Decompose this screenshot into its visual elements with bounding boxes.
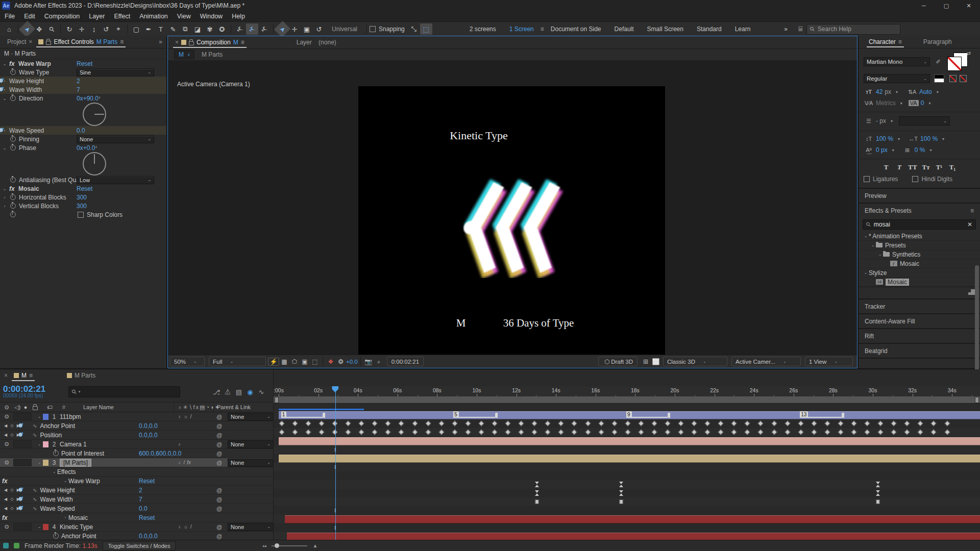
- tree-item--animation-presets[interactable]: ⌄* Animation Presets: [859, 232, 980, 241]
- show-snapshot-icon[interactable]: ◕: [374, 358, 384, 365]
- keyframe-diamond[interactable]: [545, 420, 551, 426]
- roto-brush-tool-icon[interactable]: ✾: [204, 23, 216, 35]
- fill-stroke-swatches[interactable]: ⇄: [947, 53, 968, 71]
- keyframe-diamond[interactable]: [385, 420, 391, 426]
- track-row-10[interactable]: [274, 497, 980, 507]
- keyframe-diamond[interactable]: [931, 429, 937, 435]
- time-ruler[interactable]: :00s02s04s06s08s10s12s14s16s18s20s22s24s…: [274, 386, 980, 397]
- panel-menu-icon[interactable]: ≡: [29, 372, 33, 379]
- keyframe-diamond[interactable]: [785, 429, 790, 435]
- param-wave-speed[interactable]: ›Wave Speed0.0: [0, 126, 166, 135]
- draft-3d-icon[interactable]: ⏃: [222, 388, 233, 396]
- position-gizmo-icon[interactable]: ✛: [288, 23, 301, 35]
- frame-blend-icon[interactable]: ▤: [233, 388, 244, 396]
- param-dropdown[interactable]: Sine⌄: [77, 68, 154, 77]
- twirl-icon[interactable]: ⌄: [863, 270, 869, 275]
- keyframe-diamond[interactable]: [625, 420, 630, 426]
- dolly-camera-tool-icon[interactable]: ↨: [88, 23, 100, 35]
- property-name[interactable]: Point of Interest: [61, 450, 104, 457]
- workspace-document-on-side[interactable]: Document on Side: [544, 26, 608, 33]
- track-row-12[interactable]: [274, 515, 980, 524]
- stopwatch-icon[interactable]: [10, 177, 16, 183]
- param-direction[interactable]: ⌄Direction0x+90.0°: [0, 94, 166, 103]
- keyframe-diamond[interactable]: [385, 429, 391, 435]
- property-row-anchor-point[interactable]: ◀ ◇ ▶∿Anchor Point0.0,0.0@: [0, 421, 273, 431]
- keyframe-hold[interactable]: [535, 482, 539, 487]
- layer-duration-bar[interactable]: [279, 437, 980, 445]
- timeline-search[interactable]: ⚲▾: [68, 386, 180, 397]
- layer-marker[interactable]: 1: [281, 411, 287, 418]
- param-sharp-colors[interactable]: Sharp Colors: [0, 210, 166, 219]
- keyframe-diamond[interactable]: [691, 429, 697, 435]
- twirl-icon[interactable]: ⌄: [863, 234, 869, 238]
- property-name[interactable]: Wave Height: [40, 487, 75, 494]
- menu-window[interactable]: Window: [195, 13, 227, 20]
- work-area-end-handle[interactable]: [975, 397, 979, 403]
- keyframe-diamond[interactable]: [359, 420, 364, 426]
- keyframe-diamond[interactable]: [718, 429, 724, 435]
- property-row-effects[interactable]: ⌄Effects: [0, 467, 273, 477]
- new-folder-icon[interactable]: [968, 289, 975, 295]
- tree-item-synthetics[interactable]: ⌄Synthetics: [859, 250, 980, 259]
- snap-diagonal-icon[interactable]: ⤡: [408, 23, 420, 35]
- keyframe-diamond[interactable]: [572, 420, 577, 426]
- keyframe-diamond[interactable]: [492, 420, 497, 426]
- menu-edit[interactable]: Edit: [19, 13, 40, 20]
- stopwatch-icon[interactable]: [53, 450, 59, 456]
- property-row-wave-speed[interactable]: ◀ ◇ ▶∿Wave Speed0.0@: [0, 504, 273, 513]
- keyframe-hold[interactable]: [619, 482, 623, 487]
- no-stroke-swatch[interactable]: [960, 75, 967, 82]
- leading-value[interactable]: Auto: [919, 88, 932, 95]
- layer-switches[interactable]: ♁☼/: [178, 414, 191, 419]
- label-color-swatch[interactable]: [43, 441, 48, 447]
- keyframe-diamond[interactable]: [611, 429, 617, 435]
- layer-switches[interactable]: ♁/fx: [178, 460, 191, 465]
- keyframe-diamond[interactable]: [492, 429, 497, 435]
- faux-italic-button[interactable]: T: [893, 163, 906, 171]
- keyframe-hold[interactable]: [619, 490, 623, 496]
- expand-icon[interactable]: ›: [0, 195, 9, 200]
- keyframe-diamond[interactable]: [412, 429, 418, 435]
- param-wave-type[interactable]: Wave TypeSine⌄: [0, 68, 166, 77]
- keyframe-diamond[interactable]: [665, 420, 670, 426]
- param-pinning[interactable]: PinningNone⌄: [0, 135, 166, 143]
- expand-icon[interactable]: ⌄: [0, 145, 9, 151]
- layer-row-111bpm[interactable]: ⊙⌄1111bpm♁☼/@None⌄: [0, 412, 273, 421]
- menu-file[interactable]: File: [0, 13, 19, 20]
- layer-switches[interactable]: ♁☼/: [178, 524, 191, 530]
- keyframe-diamond[interactable]: [465, 420, 471, 426]
- playhead-line[interactable]: [335, 386, 336, 540]
- parent-link-dropdown[interactable]: None⌄: [228, 459, 274, 467]
- hscale-caret[interactable]: ▾: [942, 137, 944, 141]
- tree-item-mosaic[interactable]: ƒMosaic: [859, 259, 980, 268]
- keyframe-diamond[interactable]: [944, 420, 950, 426]
- stopwatch-icon[interactable]: [10, 136, 16, 142]
- keyframe-diamond[interactable]: [611, 420, 617, 426]
- property-row-position[interactable]: ◀ ◇ ▶∿Position0.0,0.0@: [0, 431, 273, 440]
- keyframe-diamond[interactable]: [665, 429, 670, 435]
- tab-timeline-m[interactable]: M≡: [11, 369, 36, 382]
- ligatures-checkbox[interactable]: [864, 176, 870, 182]
- parent-pickwhip-icon[interactable]: @: [216, 441, 222, 447]
- property-name[interactable]: Anchor Point: [61, 533, 96, 540]
- tree-item-stylize[interactable]: ⌄Stylize: [859, 268, 980, 278]
- stroke-width-value[interactable]: - px: [876, 117, 886, 124]
- brush-tool-icon[interactable]: ✎: [167, 23, 179, 35]
- track-row-3[interactable]: [274, 437, 980, 446]
- layer-name[interactable]: Kinetic Type: [60, 523, 93, 531]
- workspace-1-screen[interactable]: 1 Screen: [503, 26, 541, 33]
- expand-icon[interactable]: ›: [0, 204, 9, 209]
- fast-previews-icon[interactable]: ⚡: [268, 358, 279, 366]
- keyframe-diamond[interactable]: [838, 429, 843, 435]
- content-aware-fill-panel-header[interactable]: Content-Aware Fill: [859, 314, 980, 328]
- keyframe-diamond[interactable]: [651, 429, 657, 435]
- property-value[interactable]: 2: [139, 487, 142, 494]
- keyframe-diamond[interactable]: [532, 429, 537, 435]
- keyframe-diamond[interactable]: [864, 429, 870, 435]
- tree-item-presets[interactable]: ⌄Presets: [859, 241, 980, 250]
- scale-gizmo-icon[interactable]: ▣: [301, 23, 313, 35]
- label-column-icon[interactable]: 🏷: [47, 404, 53, 410]
- rectangle-tool-icon[interactable]: ▢: [130, 23, 142, 35]
- region-of-interest-icon[interactable]: ▣: [300, 358, 310, 365]
- keyframe-diamond[interactable]: [425, 420, 431, 426]
